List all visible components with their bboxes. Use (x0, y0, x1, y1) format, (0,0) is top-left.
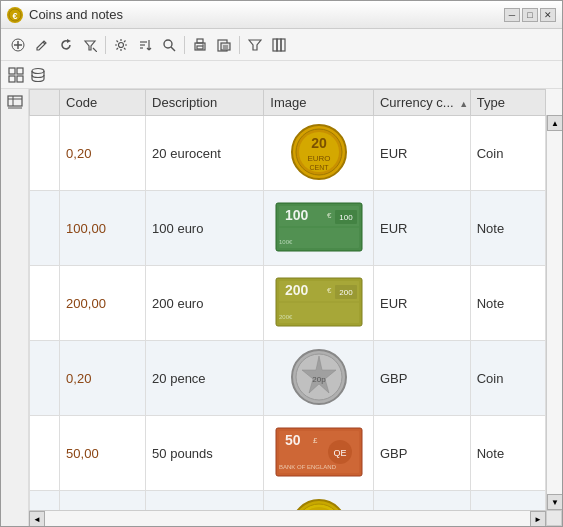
table-row[interactable]: 50,0050 pounds 50 £ BANK OF ENGLAND QE G… (30, 416, 546, 491)
svg-marker-6 (67, 39, 71, 43)
table-row[interactable]: 100,00100 euro 100 € 100€ 100 EURNote (30, 191, 546, 266)
svg-rect-30 (17, 76, 23, 82)
scroll-up-button[interactable]: ▲ (547, 115, 562, 131)
table-wrapper: Code Description Image Currency c... ▲ T… (29, 89, 562, 526)
cell-description: 20 eurocent (146, 116, 264, 191)
cell-type: Coin (470, 491, 545, 511)
cell-image: 200 € 200€ 200 (264, 266, 374, 341)
separator-2 (184, 36, 185, 54)
cell-type: Coin (470, 116, 545, 191)
main-window: € Coins and notes ─ □ ✕ (0, 0, 563, 527)
db-icon[interactable] (29, 66, 47, 84)
h-scroll-track[interactable] (45, 511, 530, 526)
svg-text:100: 100 (339, 213, 353, 222)
cell-code: 200,00 (60, 266, 146, 341)
close-button[interactable]: ✕ (540, 8, 556, 22)
app-icon: € (7, 7, 23, 23)
table-row[interactable]: 0,2020 eurocent 20 EURO CENT EURCoin (30, 116, 546, 191)
print-preview-button[interactable] (213, 34, 235, 56)
cell-currency: GBP (373, 491, 470, 511)
svg-rect-32 (8, 96, 22, 106)
sort-button[interactable] (134, 34, 156, 56)
cell-currency: GBP (373, 416, 470, 491)
sidebar-icon-1[interactable] (5, 93, 25, 113)
header-image[interactable]: Image (264, 90, 374, 116)
settings-button[interactable] (110, 34, 132, 56)
filter-toggle-button[interactable] (79, 34, 101, 56)
row-selector (30, 116, 60, 191)
svg-text:20: 20 (311, 135, 327, 151)
table-body: 0,2020 eurocent 20 EURO CENT EURCoin100,… (30, 116, 546, 511)
cell-code: 0,20 (60, 116, 146, 191)
window-controls: ─ □ ✕ (504, 8, 556, 22)
separator-1 (105, 36, 106, 54)
svg-rect-24 (273, 39, 277, 51)
row-selector (30, 416, 60, 491)
svg-rect-26 (281, 39, 285, 51)
vertical-scrollbar[interactable]: ▲ ▼ (546, 115, 562, 510)
print-button[interactable] (189, 34, 211, 56)
cell-currency: GBP (373, 341, 470, 416)
filter-button[interactable] (244, 34, 266, 56)
minimize-button[interactable]: ─ (504, 8, 520, 22)
svg-text:50: 50 (285, 432, 301, 448)
svg-point-31 (32, 68, 44, 73)
view-icon[interactable] (7, 66, 25, 84)
svg-text:20p: 20p (312, 375, 326, 384)
scroll-left-button[interactable]: ◄ (29, 511, 45, 526)
svg-line-8 (93, 48, 97, 52)
svg-text:200€: 200€ (279, 314, 293, 320)
refresh-button[interactable] (55, 34, 77, 56)
svg-text:BANK OF ENGLAND: BANK OF ENGLAND (279, 464, 337, 470)
scroll-track[interactable] (547, 131, 562, 494)
cell-code: 50,00 (60, 416, 146, 491)
separator-3 (239, 36, 240, 54)
header-code[interactable]: Code (60, 90, 146, 116)
cell-code: 0,20 (60, 341, 146, 416)
data-table: Code Description Image Currency c... ▲ T… (29, 89, 546, 510)
cell-type: Coin (470, 341, 545, 416)
svg-text:€: € (327, 211, 332, 220)
cell-description: 20 pence (146, 341, 264, 416)
restore-button[interactable]: □ (522, 8, 538, 22)
cell-description: 100 euro (146, 191, 264, 266)
table-scroll[interactable]: Code Description Image Currency c... ▲ T… (29, 89, 546, 510)
columns-button[interactable] (268, 34, 290, 56)
table-row[interactable]: 0,2020 pence 20p GBPCoin (30, 341, 546, 416)
table-header-row: Code Description Image Currency c... ▲ T… (30, 90, 546, 116)
scroll-right-button[interactable]: ► (530, 511, 546, 526)
svg-text:QE: QE (333, 448, 346, 458)
title-bar: € Coins and notes ─ □ ✕ (1, 1, 562, 29)
main-toolbar (1, 29, 562, 61)
header-type[interactable]: Type (470, 90, 545, 116)
cell-image: 50 £ BANK OF ENGLAND QE (264, 416, 374, 491)
cell-type: Note (470, 191, 545, 266)
search-button[interactable] (158, 34, 180, 56)
header-description[interactable]: Description (146, 90, 264, 116)
svg-rect-28 (17, 68, 23, 74)
table-row[interactable]: 1,001 pound £1 ONE POUND GBPCoin (30, 491, 546, 511)
cell-currency: EUR (373, 116, 470, 191)
row-selector (30, 191, 60, 266)
cell-code: 1,00 (60, 491, 146, 511)
header-select (30, 90, 60, 116)
edit-button[interactable] (31, 34, 53, 56)
cell-currency: EUR (373, 266, 470, 341)
cell-image: 20p (264, 341, 374, 416)
add-button[interactable] (7, 34, 29, 56)
svg-text:100€: 100€ (279, 239, 293, 245)
cell-description: 200 euro (146, 266, 264, 341)
cell-description: 1 pound (146, 491, 264, 511)
cell-image: 100 € 100€ 100 (264, 191, 374, 266)
header-currency[interactable]: Currency c... ▲ (373, 90, 470, 116)
horizontal-scrollbar[interactable]: ◄ ► (29, 510, 546, 526)
svg-rect-29 (9, 76, 15, 82)
table-row[interactable]: 200,00200 euro 200 € 200€ 200 EURNote (30, 266, 546, 341)
svg-line-14 (171, 47, 175, 51)
window-title: Coins and notes (29, 7, 504, 22)
svg-text:100: 100 (285, 207, 309, 223)
left-sidebar (1, 89, 29, 526)
scroll-down-button[interactable]: ▼ (547, 494, 562, 510)
row-selector (30, 341, 60, 416)
svg-text:200: 200 (339, 288, 353, 297)
